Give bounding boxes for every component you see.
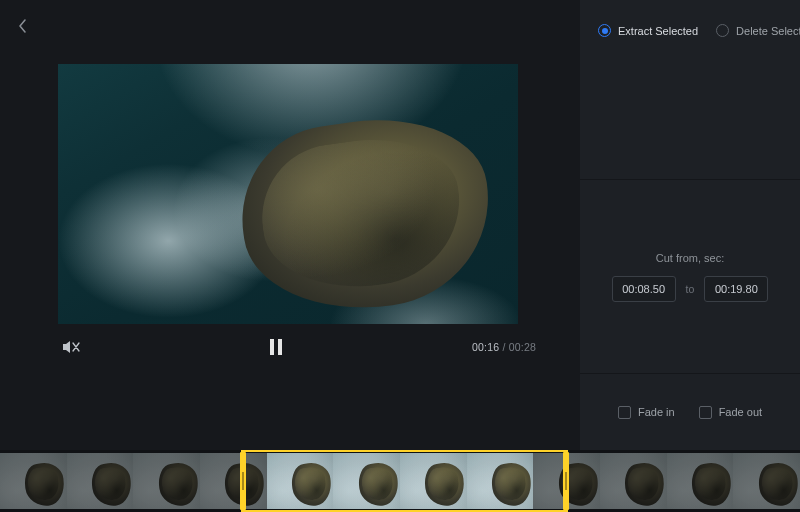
main-panel: 00:16 / 00:28 (0, 0, 580, 450)
mode-extract-label: Extract Selected (618, 25, 698, 37)
timeline-frame[interactable] (600, 453, 667, 509)
selection-handle-left[interactable] (240, 452, 246, 510)
mode-panel: Extract Selected Delete Selected (580, 0, 800, 180)
timeline[interactable] (0, 450, 800, 512)
player-controls: 00:16 / 00:28 (18, 324, 580, 356)
time-separator: / (499, 341, 508, 353)
right-sidebar: Extract Selected Delete Selected Cut fro… (580, 0, 800, 450)
timeline-frame[interactable] (400, 453, 467, 509)
app: 00:16 / 00:28 Extract Selected Delete Se… (0, 0, 800, 512)
pause-bar-icon (270, 339, 274, 355)
current-time: 00:16 (472, 341, 499, 353)
video-preview[interactable] (58, 64, 518, 324)
mode-delete-label: Delete Selected (736, 25, 800, 37)
fade-in-label: Fade in (638, 406, 675, 418)
mute-toggle[interactable] (62, 339, 80, 355)
fade-out-label: Fade out (719, 406, 762, 418)
selection-handle-right[interactable] (563, 452, 569, 510)
timeline-frame[interactable] (733, 453, 800, 509)
fade-panel: Fade in Fade out (580, 374, 800, 450)
timeline-frame[interactable] (67, 453, 134, 509)
cut-inputs: to (598, 276, 782, 302)
radio-icon (598, 24, 611, 37)
timeline-frame[interactable] (267, 453, 334, 509)
mode-delete[interactable]: Delete Selected (716, 24, 800, 37)
preview-wrapper (58, 64, 540, 324)
timeline-frames (0, 453, 800, 509)
duration: 00:28 (509, 341, 536, 353)
timeline-frame[interactable] (0, 453, 67, 509)
timeline-frame[interactable] (467, 453, 534, 509)
play-pause-button[interactable] (267, 338, 285, 356)
timeline-frame[interactable] (133, 453, 200, 509)
mode-radio-group: Extract Selected Delete Selected (598, 24, 782, 37)
cut-label: Cut from, sec: (598, 252, 782, 264)
top-area: 00:16 / 00:28 Extract Selected Delete Se… (0, 0, 800, 450)
mode-extract[interactable]: Extract Selected (598, 24, 698, 37)
timeline-frame[interactable] (200, 453, 267, 509)
timeline-frame[interactable] (333, 453, 400, 509)
radio-icon (716, 24, 729, 37)
checkbox-icon (618, 406, 631, 419)
checkbox-icon (699, 406, 712, 419)
cut-to-input[interactable] (704, 276, 768, 302)
cut-panel: Cut from, sec: to (580, 180, 800, 374)
fade-in-toggle[interactable]: Fade in (618, 406, 675, 419)
back-button[interactable] (18, 18, 30, 34)
pause-bar-icon (278, 339, 282, 355)
cut-to-word: to (686, 283, 695, 295)
fade-out-toggle[interactable]: Fade out (699, 406, 762, 419)
timeline-frame[interactable] (667, 453, 734, 509)
cut-from-input[interactable] (612, 276, 676, 302)
playback-time: 00:16 / 00:28 (472, 341, 536, 353)
